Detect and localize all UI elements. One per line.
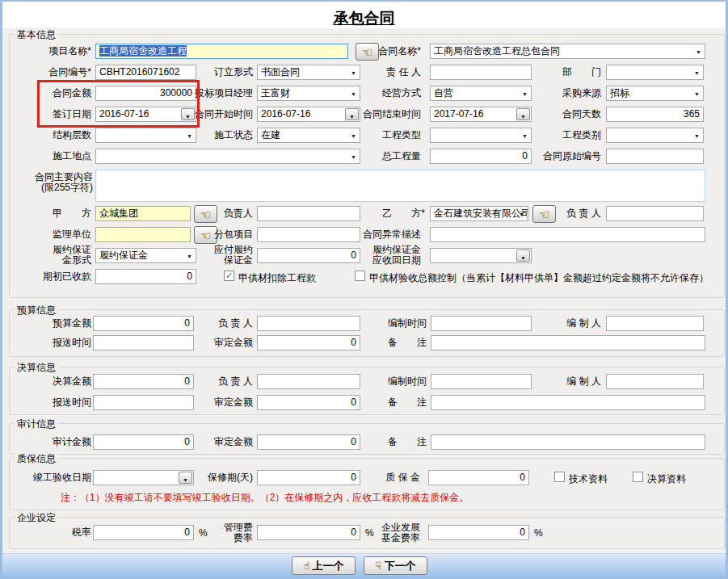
prev-button[interactable]: ☝上一个 (292, 556, 356, 575)
budget-manager-label: 负 责 人 (208, 318, 253, 329)
abnormal-desc-input[interactable] (430, 227, 705, 242)
party-b-manager-label: 负 责 人 (558, 208, 601, 219)
chevron-down-icon: ▼ (187, 133, 192, 139)
budget-manager-input[interactable] (257, 316, 360, 331)
audit-amount-input[interactable]: 0 (93, 434, 194, 450)
dev-fund-input[interactable]: 0 (428, 525, 529, 540)
settle-remark-label: 备 注 (358, 397, 427, 408)
budget-amount-input[interactable]: 0 (93, 316, 194, 331)
next-button[interactable]: ☟下一个 (364, 556, 427, 575)
total-quantity-label: 总工程量 (358, 151, 421, 162)
end-date-picker[interactable]: 2017-07-16▼ (430, 107, 532, 122)
department-select[interactable]: ▼ (606, 65, 704, 80)
mgmt-fee-input[interactable]: 0 (257, 525, 360, 540)
hand-pointer-icon: ☜ (200, 229, 211, 242)
acceptance-date-picker[interactable]: ▼ (93, 470, 194, 485)
start-date-picker[interactable]: 2016-07-16▼ (257, 107, 360, 122)
settle-remark-input[interactable] (431, 395, 705, 410)
audit-approved-input[interactable]: 0 (257, 434, 360, 450)
party-b-select[interactable]: 金石建筑安装有限公司▼ (430, 206, 528, 221)
settle-compile-time-input[interactable] (431, 374, 532, 389)
supervisor-input[interactable] (95, 227, 191, 242)
tax-rate-input[interactable]: 0 (93, 525, 194, 540)
party-a-input[interactable]: 众城集团 (95, 206, 191, 221)
audit-remark-input[interactable] (431, 434, 705, 450)
deduct-material-checkbox[interactable]: ✓ (224, 271, 234, 281)
operation-mode-label: 经营方式 (358, 88, 421, 99)
guarantee-return-date-picker[interactable]: ▼ (430, 248, 532, 263)
budget-compiler-label: 编 制 人 (558, 318, 601, 329)
party-a-lookup-button[interactable]: ☜ (194, 205, 217, 223)
party-a-label: 甲 方 (27, 208, 91, 219)
audit-approved-label: 审定金额 (196, 437, 253, 447)
main-content-textarea[interactable] (95, 170, 705, 202)
guarantee-form-label: 履约保证 金形式 (27, 245, 91, 266)
tech-doc-label: 技术资料 (569, 472, 608, 486)
chevron-down-icon: ▼ (349, 114, 355, 120)
dev-fund-label: 企业发展 基金费率 (370, 522, 420, 543)
procurement-source-label: 采购来源 (538, 88, 601, 99)
warranty-period-input[interactable]: 0 (257, 470, 360, 485)
chevron-down-icon: ▼ (696, 49, 701, 55)
contract-days-label: 合同天数 (538, 109, 601, 120)
budget-approved-label: 审定金额 (196, 338, 253, 348)
department-label: 部 门 (538, 67, 601, 78)
bid-manager-select[interactable]: 王富财▼ (257, 86, 360, 101)
party-b-label: 乙 方* (362, 208, 425, 219)
construction-status-label: 施工状态 (196, 130, 253, 141)
group-basic-label: 基本信息 (15, 28, 58, 42)
end-date-dropdown-button[interactable]: ▼ (516, 108, 530, 120)
material-control-checkbox[interactable]: ✓ (355, 271, 365, 281)
responsible-person-label: 责 任 人 (358, 67, 421, 78)
guarantee-return-date-dropdown-button[interactable]: ▼ (516, 250, 530, 262)
guarantee-form-select[interactable]: 履约保证金▼ (95, 248, 196, 263)
structure-layers-select[interactable]: ▼ (95, 128, 196, 143)
settle-amount-input[interactable]: 0 (93, 374, 194, 389)
settle-compiler-input[interactable] (606, 374, 704, 389)
original-no-input[interactable] (606, 149, 704, 164)
settle-approved-input[interactable]: 0 (257, 395, 360, 410)
chevron-down-icon: ▼ (694, 133, 700, 139)
contract-amount-input[interactable]: 300000 (95, 86, 196, 101)
contract-days-input[interactable]: 365 (606, 107, 704, 122)
budget-compile-time-input[interactable] (431, 316, 532, 331)
settle-compiler-label: 编 制 人 (558, 376, 601, 387)
budget-approved-input[interactable]: 0 (257, 335, 360, 350)
operation-mode-select[interactable]: 自营▼ (430, 86, 532, 101)
responsible-person-input[interactable] (430, 65, 532, 80)
contract-name-select[interactable]: 工商局宿舍改造工程总包合同▼ (430, 44, 705, 59)
guarantee-payable-input[interactable]: 0 (257, 248, 360, 263)
check-icon: ✓ (225, 271, 234, 280)
procurement-source-select[interactable]: 招标▼ (606, 86, 704, 101)
budget-compiler-input[interactable] (606, 316, 704, 331)
subcontract-input[interactable] (257, 227, 360, 242)
chevron-down-icon: ▼ (519, 212, 524, 217)
budget-submit-time-input[interactable] (93, 335, 194, 350)
party-b-lookup-button[interactable]: ☜ (532, 205, 556, 223)
budget-remark-input[interactable] (431, 335, 705, 350)
project-type-select[interactable]: ▼ (430, 128, 532, 143)
settle-submit-time-input[interactable] (93, 395, 194, 410)
acceptance-date-dropdown-button[interactable]: ▼ (179, 472, 192, 484)
budget-amount-label: 预算金额 (27, 318, 91, 329)
settle-doc-checkbox[interactable]: ✓ (633, 472, 643, 482)
retention-label: 质 保 金 (358, 472, 420, 483)
hand-pointer-icon: ☜ (539, 208, 549, 221)
project-category-select[interactable]: ▼ (606, 128, 704, 143)
group-warranty-label: 质保信息 (15, 452, 58, 466)
party-a-manager-input[interactable] (257, 206, 360, 221)
tech-doc-checkbox[interactable]: ✓ (554, 472, 565, 482)
project-type-label: 工程类型 (358, 130, 421, 141)
total-quantity-input[interactable]: 0 (430, 149, 532, 164)
sign-date-picker[interactable]: 2016-07-16▼ (95, 107, 196, 122)
project-name-input[interactable]: 工商局宿舍改造工程 (95, 44, 348, 59)
initial-received-input[interactable]: 0 (95, 269, 196, 284)
form-type-select[interactable]: 书面合同▼ (257, 65, 360, 80)
settle-manager-label: 负 责 人 (208, 376, 253, 387)
contract-no-input[interactable]: CBHT2016071602 (95, 65, 196, 80)
retention-input[interactable]: 0 (428, 470, 529, 485)
location-select[interactable]: ▼ (95, 149, 360, 164)
party-b-manager-input[interactable] (606, 206, 704, 221)
construction-status-select[interactable]: 在建▼ (257, 128, 360, 143)
settle-manager-input[interactable] (257, 374, 360, 389)
